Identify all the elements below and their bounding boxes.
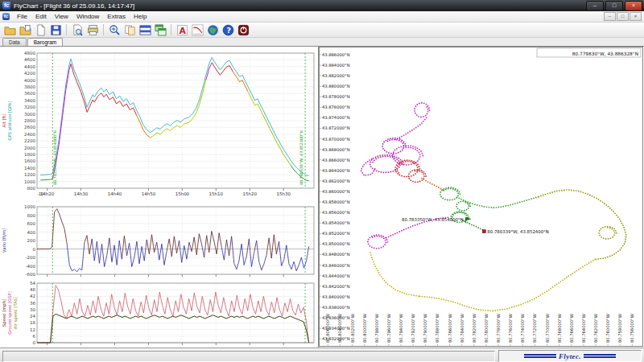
copy-pages-button[interactable] [122, 23, 137, 36]
open-flight-button[interactable] [2, 23, 17, 36]
title-bar[interactable]: fc FlyChart - [Flight 36 of 25.09.16, 14… [0, 0, 644, 11]
vario-chart[interactable]: -600-400-20002004006008001000Vario [ft/m… [0, 202, 318, 281]
track-map[interactable]: 43.886000°N43.884000°N43.882000°N43.8800… [319, 47, 643, 347]
svg-text:43.860000°N: 43.860000°N [322, 189, 350, 194]
svg-text:3400: 3400 [24, 98, 35, 103]
svg-text:2400: 2400 [24, 132, 35, 137]
altitude-chart[interactable]: 8001000120014001600180020002200240026002… [0, 47, 318, 202]
close-button[interactable]: × [625, 1, 642, 11]
exit-button[interactable] [236, 23, 250, 36]
svg-text:400: 400 [27, 230, 36, 235]
cascade-windows-button[interactable] [153, 23, 167, 36]
zoom-in-button[interactable] [107, 23, 122, 36]
flight-manager-icon [19, 24, 31, 36]
new-document-button[interactable] [33, 23, 47, 36]
minimize-button[interactable]: – [586, 1, 604, 11]
svg-text:4200: 4200 [24, 71, 35, 76]
svg-text:80.800000°W: 80.800000°W [362, 314, 367, 343]
tile-windows-button[interactable] [138, 23, 152, 36]
menu-item-view[interactable]: View [51, 13, 72, 20]
svg-text:?: ? [226, 26, 230, 35]
help-button[interactable]: ? [221, 23, 235, 36]
speed-chart[interactable]: 061218243036424854Speed [mph]Ground spee… [0, 281, 318, 348]
svg-text:43.880000°N: 43.880000°N [322, 84, 350, 88]
brand-text: Flytec. [559, 352, 581, 360]
svg-text:54: 54 [30, 281, 35, 286]
svg-text:80.806000°W: 80.806000°W [325, 314, 330, 343]
svg-text:2000: 2000 [24, 146, 35, 150]
svg-text:80.786000°W: 80.786000°W [448, 314, 452, 343]
mdi-restore-button[interactable]: □ [617, 12, 629, 21]
svg-text:24: 24 [30, 314, 35, 319]
svg-text:80.756000°W: 80.756000°W [630, 314, 634, 343]
menu-item-edit[interactable]: Edit [31, 13, 51, 20]
google-earth-icon [207, 24, 219, 36]
svg-text:GPS altitude [GPA]: GPS altitude [GPA] [7, 101, 12, 140]
print-preview-button[interactable] [70, 23, 85, 36]
save-icon [50, 24, 62, 36]
svg-text:3000: 3000 [24, 112, 35, 117]
menu-item-file[interactable]: File [13, 13, 31, 20]
svg-text:Speed [mph]: Speed [mph] [2, 299, 7, 327]
svg-text:43.866000°N: 43.866000°N [322, 158, 350, 162]
menu-item-window[interactable]: Window [72, 13, 103, 20]
save-button[interactable] [48, 23, 63, 36]
svg-text:2600: 2600 [24, 125, 35, 130]
polar-diagram-button[interactable] [190, 23, 204, 36]
svg-text:80.778000°W: 80.778000°W [496, 314, 501, 343]
svg-text:43.878000°N: 43.878000°N [322, 94, 350, 99]
svg-text:80.766000°W: 80.766000°W [569, 314, 574, 343]
svg-text:80.776000°W: 80.776000°W [508, 314, 513, 343]
svg-text:1200: 1200 [24, 172, 35, 177]
exit-icon [237, 24, 250, 36]
svg-text:1000: 1000 [24, 179, 35, 184]
svg-text:Ground speed [GSP]: Ground speed [GSP] [7, 291, 13, 335]
menu-item-help[interactable]: Help [130, 13, 151, 20]
svg-text:15h20: 15h20 [243, 191, 258, 196]
toolbar-separator [171, 24, 171, 35]
air-speed-line [37, 315, 309, 343]
mdi-minimize-button[interactable]: – [604, 12, 616, 21]
svg-text:0: 0 [33, 340, 36, 345]
status-bar: Flytec. [0, 348, 644, 362]
new-document-icon [35, 24, 47, 36]
flight-manager-button[interactable] [18, 23, 32, 36]
svg-text:4600: 4600 [24, 57, 35, 62]
zoom-in-icon [109, 24, 121, 36]
labels-button[interactable]: A [175, 23, 189, 36]
svg-text:1000: 1000 [24, 204, 35, 209]
map-panel: 43.886000°N43.884000°N43.882000°N43.8800… [319, 47, 644, 348]
svg-text:80.772000°W: 80.772000°W [532, 314, 537, 343]
menu-item-extras[interactable]: Extras [103, 13, 130, 20]
logo-bar-right [584, 354, 616, 358]
svg-text:14h30: 14h30 [74, 191, 89, 196]
svg-text:30: 30 [30, 307, 35, 312]
ground-speed-line [37, 286, 309, 343]
svg-text:3600: 3600 [24, 91, 35, 96]
content-area: 8001000120014001600180020002200240026002… [0, 46, 644, 348]
maximize-button[interactable]: □ [605, 1, 623, 11]
svg-text:43.874000°N: 43.874000°N [322, 115, 350, 120]
tab-data[interactable]: Data [2, 38, 27, 46]
charts-panel: 8001000120014001600180020002200240026002… [0, 47, 319, 348]
print-button[interactable] [85, 23, 100, 36]
svg-text:2800: 2800 [24, 118, 35, 123]
menu-items: FileEditViewWindowExtrasHelp [13, 13, 151, 20]
svg-text:43.862000°N: 43.862000°N [322, 179, 350, 183]
svg-text:80.782000°W: 80.782000°W [472, 314, 477, 343]
svg-text:80.762000°W: 80.762000°W [593, 314, 598, 343]
svg-text:Air speed [TAS]: Air speed [TAS] [13, 297, 19, 330]
svg-text:4000: 4000 [24, 78, 35, 83]
google-earth-button[interactable] [205, 23, 220, 36]
svg-text:80.792000°W: 80.792000°W [411, 314, 415, 343]
tab-barogram[interactable]: Barogram [27, 38, 64, 46]
print-icon [87, 24, 99, 36]
svg-text:80.783350°W, 43.854000°N: 80.783350°W, 43.854000°N [402, 217, 463, 222]
svg-text:48: 48 [30, 287, 35, 292]
labels-icon: A [176, 24, 188, 36]
svg-text:800: 800 [27, 213, 36, 218]
vario-grid: -600-400-20002004006008001000Vario [ft/m… [2, 204, 314, 277]
svg-text:43.870000°N: 43.870000°N [322, 137, 350, 142]
status-message-panel [2, 351, 495, 362]
mdi-close-button[interactable]: × [630, 12, 642, 21]
